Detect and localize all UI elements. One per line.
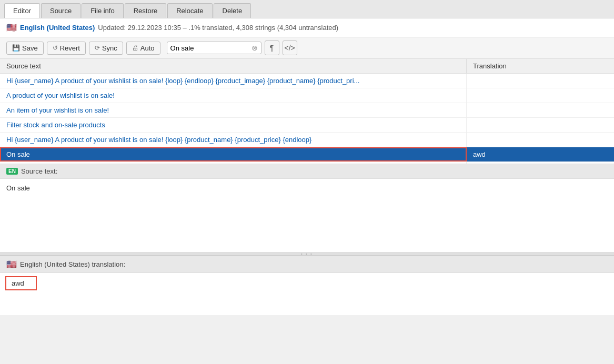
tab-relocate[interactable]: Relocate xyxy=(167,3,212,18)
tab-restore[interactable]: Restore xyxy=(125,3,167,18)
auto-button[interactable]: 🖨 Auto xyxy=(126,42,160,55)
translation-input-area: awd xyxy=(0,273,614,315)
translation-flag-icon: 🇺🇸 xyxy=(6,259,17,269)
source-cell-selected: On sale xyxy=(0,147,467,161)
table-row-selected[interactable]: On sale awd xyxy=(0,147,614,162)
revert-button[interactable]: ↺ Revert xyxy=(47,42,86,55)
code-button[interactable]: </> xyxy=(283,41,297,55)
table-header: Source text Translation xyxy=(0,59,614,74)
table-row[interactable]: Filter stock and on-sale products xyxy=(0,118,614,133)
info-bar: 🇺🇸 English (United States) Updated: 29.1… xyxy=(0,18,614,37)
table-row[interactable]: Hi {user_name} A product of your wishlis… xyxy=(0,133,614,147)
translation-column-header: Translation xyxy=(467,59,614,73)
toolbar: 💾 Save ↺ Revert ⟳ Sync 🖨 Auto ⊗ ¶ </> xyxy=(0,37,614,59)
source-section-header: EN Source text: xyxy=(0,164,614,179)
translation-cell-selected: awd xyxy=(467,147,614,161)
main-content: Source text Translation Hi {user_name} A… xyxy=(0,59,614,351)
tab-bar: Editor Source File info Restore Relocate… xyxy=(0,0,614,18)
language-name: English (United States) xyxy=(20,24,95,32)
source-header-label: Source text: xyxy=(21,167,57,175)
translation-table: Source text Translation Hi {user_name} A… xyxy=(0,59,614,164)
translation-cell xyxy=(467,133,614,147)
save-label: Save xyxy=(22,44,38,52)
resize-handle[interactable]: • • • xyxy=(0,252,614,256)
auto-icon: 🖨 xyxy=(132,44,138,52)
revert-label: Revert xyxy=(60,44,80,52)
us-flag-icon: 🇺🇸 xyxy=(6,23,17,33)
source-section: EN Source text: On sale • • • xyxy=(0,164,614,256)
tab-file-info[interactable]: File info xyxy=(82,3,124,18)
source-cell: Filter stock and on-sale products xyxy=(0,118,467,132)
translation-cell xyxy=(467,103,614,117)
translation-cell xyxy=(467,74,614,88)
tab-delete[interactable]: Delete xyxy=(214,3,251,18)
translation-header: 🇺🇸 English (United States) translation: xyxy=(0,256,614,273)
sync-icon: ⟳ xyxy=(95,44,100,52)
en-badge: EN xyxy=(6,168,18,175)
tab-editor[interactable]: Editor xyxy=(4,3,40,18)
save-icon: 💾 xyxy=(12,44,20,52)
pilcrow-button[interactable]: ¶ xyxy=(265,41,279,55)
source-text-display: On sale xyxy=(0,179,614,252)
source-text-column-header: Source text xyxy=(0,59,467,73)
source-cell: Hi {user_name} A product of your wishlis… xyxy=(0,133,467,147)
translation-cell xyxy=(467,118,614,132)
source-text-value: On sale xyxy=(6,184,30,192)
search-wrap: ⊗ xyxy=(167,42,261,54)
table-row[interactable]: An item of your wishlist is on sale! xyxy=(0,103,614,118)
clear-search-icon[interactable]: ⊗ xyxy=(251,44,258,52)
tab-source[interactable]: Source xyxy=(41,3,80,18)
translation-value-outlined: awd xyxy=(5,276,37,290)
sync-label: Sync xyxy=(102,44,117,52)
translation-header-label: English (United States) translation: xyxy=(20,260,125,268)
table-row[interactable]: A product of your wishlist is on sale! xyxy=(0,88,614,103)
auto-label: Auto xyxy=(140,44,155,52)
search-input[interactable] xyxy=(170,44,249,52)
sync-button[interactable]: ⟳ Sync xyxy=(89,42,123,55)
info-text: Updated: 29.12.2023 10:35 – .1% translat… xyxy=(98,24,338,32)
save-button[interactable]: 💾 Save xyxy=(6,42,44,55)
revert-icon: ↺ xyxy=(53,44,58,52)
translation-cell xyxy=(467,88,614,103)
source-cell: Hi {user_name} A product of your wishlis… xyxy=(0,74,467,88)
translation-section: 🇺🇸 English (United States) translation: … xyxy=(0,256,614,351)
source-cell: A product of your wishlist is on sale! xyxy=(0,88,467,103)
source-cell: An item of your wishlist is on sale! xyxy=(0,103,467,117)
table-row[interactable]: Hi {user_name} A product of your wishlis… xyxy=(0,74,614,88)
